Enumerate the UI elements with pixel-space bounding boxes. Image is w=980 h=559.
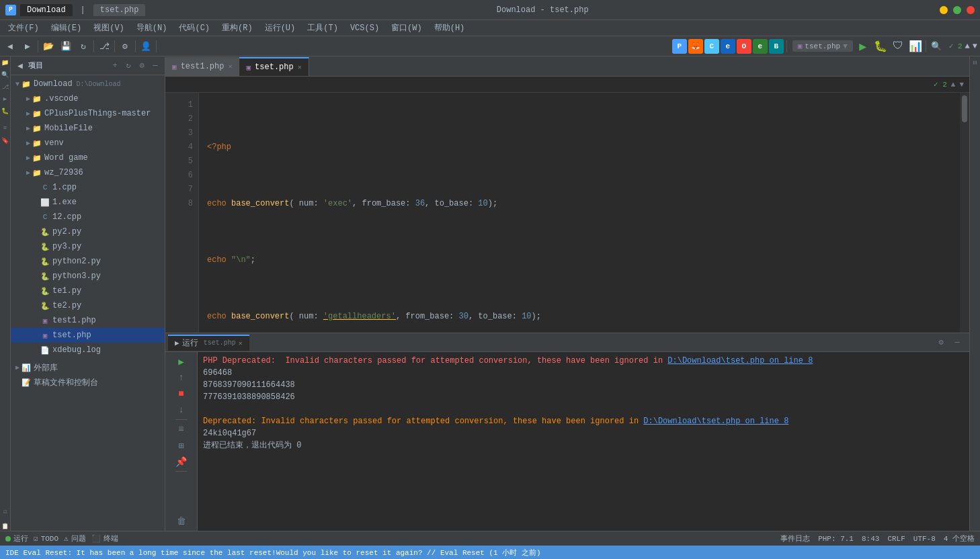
sidebar-debug-icon[interactable]: 🐛: [1, 106, 10, 116]
plugin-ps-icon[interactable]: P: [672, 39, 687, 54]
charset-label[interactable]: UTF-8: [913, 535, 936, 543]
status-run-item[interactable]: 运行: [5, 533, 28, 544]
tree-add-button[interactable]: +: [110, 60, 120, 71]
tree-item-te1[interactable]: ▶ 🐍 te1.py: [11, 284, 165, 298]
forward-button[interactable]: ▶: [20, 39, 35, 54]
nav-up-btn[interactable]: ▲: [951, 81, 956, 89]
search-button[interactable]: 🔍: [929, 39, 944, 54]
spaces-label[interactable]: 4 个空格: [944, 533, 975, 544]
save-button[interactable]: 💾: [58, 39, 73, 54]
editor-tab-test1[interactable]: ▣ test1.php ✕: [165, 57, 239, 76]
tree-item-python3[interactable]: ▶ 🐍 python3.py: [11, 269, 165, 284]
check-down-button[interactable]: ▼: [973, 42, 977, 51]
maximize-button[interactable]: [953, 6, 961, 14]
tree-item-download[interactable]: ▼ 📁 Download D:\Download: [11, 77, 165, 91]
sidebar-event-icon[interactable]: 📋: [1, 521, 10, 531]
menu-help[interactable]: 帮助(H): [429, 21, 471, 35]
tree-minimize-button[interactable]: —: [150, 60, 161, 71]
tree-item-cplusplus[interactable]: ▶ 📁 CPlusPlusThings-master: [11, 106, 165, 121]
tree-item-1cpp[interactable]: ▶ C 1.cpp: [11, 180, 165, 195]
tree-item-12cpp[interactable]: ▶ C 12.cpp: [11, 210, 165, 224]
sidebar-todo-icon[interactable]: ☑: [1, 507, 10, 516]
sidebar-bookmark-icon[interactable]: 🔖: [1, 136, 10, 145]
settings-button[interactable]: ⚙: [118, 39, 132, 54]
tree-item-xdebug[interactable]: ▶ 📄 xdebug.log: [11, 343, 165, 357]
run-output[interactable]: PHP Deprecated: Invalid characters passe…: [198, 352, 969, 531]
back-button[interactable]: ◀: [3, 39, 17, 54]
minimize-button[interactable]: [940, 6, 948, 14]
tree-item-te2[interactable]: ▶ 🐍 te2.py: [11, 298, 165, 313]
plugin-ff-icon[interactable]: 🦊: [688, 39, 703, 54]
menu-window[interactable]: 窗口(W): [386, 21, 427, 35]
run-format-btn[interactable]: ⊞: [175, 439, 188, 452]
run-error-link-2[interactable]: D:\Download\tset.php on line 8: [643, 417, 788, 426]
run-debug-button[interactable]: 🐛: [873, 39, 888, 54]
sidebar-project-icon[interactable]: 📁: [1, 58, 10, 67]
menu-tools[interactable]: 工具(T): [302, 21, 343, 35]
tree-refresh-button[interactable]: ↻: [123, 60, 134, 71]
run-play-btn[interactable]: ▶: [175, 355, 188, 368]
menu-edit[interactable]: 编辑(E): [46, 21, 87, 35]
menu-refactor[interactable]: 重构(R): [216, 21, 258, 35]
nav-down-btn[interactable]: ▼: [959, 81, 964, 89]
tree-item-wordgame[interactable]: ▶ 📁 Word game: [11, 150, 165, 165]
code-editor[interactable]: 1 2 3 4 5 6 7 8 <?php echo base_c: [165, 93, 969, 333]
menu-code[interactable]: 代码(C): [173, 21, 215, 35]
file-open-button[interactable]: 📂: [41, 39, 56, 54]
title-tab-download[interactable]: Download: [20, 4, 73, 16]
check-up-button[interactable]: ▲: [965, 42, 970, 51]
status-terminal-item[interactable]: ⬛ 终端: [91, 533, 118, 544]
sync-button[interactable]: ↻: [76, 39, 91, 54]
tree-item-wz72936[interactable]: ▶ 📁 wz_72936: [11, 165, 165, 180]
tree-item-test1[interactable]: ▶ ▣ test1.php: [11, 313, 165, 328]
run-scroll-down-btn[interactable]: ↓: [175, 403, 188, 417]
run-wrap-btn[interactable]: ≡: [175, 423, 188, 436]
plugin-brave-icon[interactable]: B: [769, 39, 784, 54]
tree-settings-button[interactable]: ⚙: [136, 60, 147, 71]
run-minimize-btn[interactable]: —: [950, 336, 964, 349]
menu-file[interactable]: 文件(F): [3, 21, 44, 35]
run-play-button[interactable]: ▶: [856, 39, 870, 54]
menu-nav[interactable]: 导航(N): [131, 21, 173, 35]
user-button[interactable]: 👤: [138, 39, 153, 54]
tree-item-py3[interactable]: ▶ 🐍 py3.py: [11, 239, 165, 254]
right-panel-icon-1[interactable]: ≡: [971, 60, 979, 65]
plugin-chrome-icon[interactable]: C: [704, 39, 719, 54]
info-bar-text[interactable]: IDE Eval Reset: It has been a long time …: [5, 548, 541, 558]
sidebar-vcs-icon[interactable]: ⎇: [1, 82, 10, 91]
sidebar-search-icon[interactable]: 🔍: [1, 70, 10, 79]
line-ending-label[interactable]: CRLF: [887, 535, 905, 543]
sidebar-run-icon[interactable]: ▶: [1, 94, 10, 103]
plugin-ie-icon[interactable]: e: [721, 39, 735, 54]
editor-tab-tset[interactable]: ▣ tset.php ✕: [239, 57, 309, 76]
status-problem-item[interactable]: ⚠ 问题: [64, 533, 86, 544]
status-todo-item[interactable]: ☑ TODO: [34, 534, 58, 543]
bottom-tab-run[interactable]: ▶ 运行 tset.php ✕: [168, 335, 249, 351]
tree-item-scratch[interactable]: ▶ 📝 草稿文件和控制台: [11, 375, 165, 390]
run-config-dropdown[interactable]: ▣ tset.php ▼: [792, 40, 853, 52]
tree-collapse-button[interactable]: ◀: [15, 60, 26, 71]
run-stop-btn[interactable]: ■: [175, 387, 188, 400]
run-profile-button[interactable]: 📊: [908, 39, 923, 54]
tree-item-external[interactable]: ▶ 📊 外部库: [11, 360, 165, 375]
tab-close-tset[interactable]: ✕: [298, 63, 302, 71]
run-error-link-1[interactable]: D:\Download\tset.php on line 8: [667, 356, 813, 366]
run-settings-btn[interactable]: ⚙: [934, 336, 948, 349]
editor-scrollbar[interactable]: [960, 93, 969, 333]
tree-item-py2[interactable]: ▶ 🐍 py2.py: [11, 224, 165, 239]
tree-item-venv[interactable]: ▶ 📁 venv: [11, 136, 165, 150]
plugin-edge-icon[interactable]: e: [753, 39, 768, 54]
tab-close-test1[interactable]: ✕: [228, 62, 232, 71]
run-tab-close[interactable]: ✕: [239, 339, 243, 347]
sidebar-structure-icon[interactable]: ≡: [1, 124, 10, 133]
code-content[interactable]: <?php echo base_convert( num: 'exec', fr…: [199, 93, 969, 333]
tree-item-tset[interactable]: ▶ ▣ tset.php: [11, 328, 165, 343]
tree-item-1exe[interactable]: ▶ ⬜ 1.exe: [11, 195, 165, 210]
title-tab-file[interactable]: tset.php: [93, 4, 146, 16]
git-button[interactable]: ⎇: [97, 39, 112, 54]
run-pin-btn[interactable]: 📌: [175, 455, 188, 468]
scrollbar-thumb[interactable]: [962, 95, 967, 122]
tree-item-mobilefile[interactable]: ▶ 📁 MobileFile: [11, 121, 165, 136]
menu-run[interactable]: 运行(U): [259, 21, 301, 35]
menu-view[interactable]: 视图(V): [88, 21, 130, 35]
